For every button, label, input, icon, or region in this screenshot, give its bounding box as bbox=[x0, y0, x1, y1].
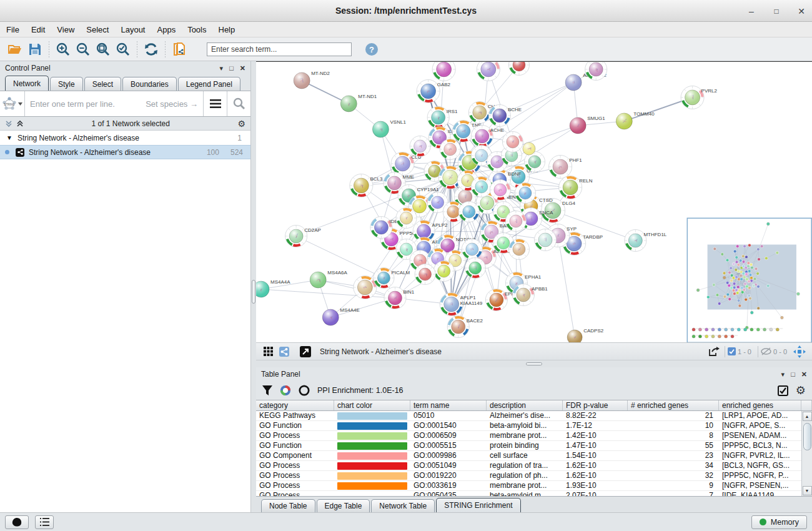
network-options-gear-icon[interactable]: ⚙ bbox=[237, 119, 245, 128]
network-node[interactable] bbox=[458, 202, 479, 222]
panel-float-icon[interactable]: □ bbox=[229, 64, 234, 72]
pan-compass-icon[interactable] bbox=[793, 345, 806, 358]
tab-select[interactable]: Select bbox=[84, 77, 121, 91]
tab-style[interactable]: Style bbox=[50, 77, 83, 91]
network-node[interactable]: MT-ND1 bbox=[340, 94, 377, 112]
network-node[interactable]: CD2AP bbox=[285, 226, 321, 247]
splitter-handle[interactable] bbox=[252, 280, 255, 304]
zoom-in-button[interactable] bbox=[53, 40, 73, 59]
network-node[interactable]: PHF1 bbox=[549, 156, 583, 179]
set-species-hint[interactable]: Set species → bbox=[146, 99, 198, 109]
panel-menu-icon[interactable]: ▾ bbox=[220, 64, 224, 72]
table-row[interactable]: GO FunctionGO:0001540beta-amyloid bi...1… bbox=[256, 421, 801, 431]
menu-item-help[interactable]: Help bbox=[219, 25, 235, 34]
string-search-button[interactable] bbox=[227, 91, 250, 116]
donut-chart-icon[interactable] bbox=[280, 385, 291, 396]
scroll-up-button[interactable]: ▲ bbox=[803, 412, 812, 421]
network-canvas[interactable]: MT-ND2MT-ND1VSNL1GAB2ADAMTS2SMUG1TOMM40P… bbox=[256, 61, 812, 342]
selected-checkbox-icon[interactable] bbox=[728, 347, 736, 355]
table-row[interactable]: KEGG Pathways05010Alzheimer's dise...8.8… bbox=[256, 411, 801, 421]
network-node[interactable]: MS4A4A bbox=[256, 279, 290, 297]
network-node[interactable]: PVRL2 bbox=[681, 86, 718, 109]
network-node[interactable]: MS4A4E bbox=[322, 307, 360, 325]
birds-eye-view[interactable] bbox=[687, 218, 811, 342]
help-button[interactable]: ? bbox=[362, 40, 382, 59]
splitter-handle[interactable] bbox=[526, 362, 542, 365]
collapse-all-icon[interactable] bbox=[5, 120, 12, 127]
tab-legend-panel[interactable]: Legend Panel bbox=[178, 77, 240, 91]
tab-string-enrichment[interactable]: STRING Enrichment bbox=[436, 498, 520, 512]
tab-network[interactable]: Network bbox=[5, 76, 49, 91]
column-header-FDR-p-value[interactable]: FDR p-value bbox=[563, 400, 628, 410]
network-node[interactable] bbox=[505, 211, 526, 232]
network-node[interactable] bbox=[433, 261, 454, 282]
tree-collapse-caret-icon[interactable]: ▼ bbox=[6, 134, 12, 141]
menu-item-apps[interactable]: Apps bbox=[157, 25, 176, 34]
network-node[interactable] bbox=[535, 229, 557, 251]
tab-boundaries[interactable]: Boundaries bbox=[122, 77, 177, 91]
network-node[interactable]: CADPS2 bbox=[567, 328, 604, 342]
table-row[interactable]: GO ProcessGO:0051049regulation of tra...… bbox=[256, 461, 801, 471]
menu-item-edit[interactable]: Edit bbox=[31, 25, 45, 34]
select-all-icon[interactable] bbox=[778, 385, 788, 396]
network-node[interactable] bbox=[471, 177, 492, 197]
vertical-splitter[interactable] bbox=[251, 61, 256, 512]
table-row[interactable]: GO ComponentGO:0009986cell surface1.54E-… bbox=[256, 451, 801, 461]
settings-gear-icon[interactable]: ⚙ bbox=[796, 385, 806, 396]
table-row[interactable]: GO ProcessGO:0006509membrane prot...1.42… bbox=[256, 431, 801, 441]
column-header-category[interactable]: category bbox=[256, 400, 334, 410]
menu-item-layout[interactable]: Layout bbox=[121, 25, 145, 34]
network-row[interactable]: String Network - Alzheimer's disease 100… bbox=[0, 145, 250, 159]
column-header-enriched-genes[interactable]: enriched genes bbox=[719, 400, 801, 410]
network-node[interactable]: TOMM40 bbox=[616, 111, 655, 129]
share-view-button[interactable] bbox=[276, 345, 292, 359]
ring-chart-icon[interactable] bbox=[299, 385, 310, 396]
detach-view-button[interactable] bbox=[297, 345, 314, 359]
table-vertical-scrollbar[interactable]: ▲ ▼ bbox=[801, 411, 812, 496]
minimize-button[interactable]: – bbox=[747, 6, 756, 16]
network-node[interactable]: PICALM bbox=[374, 268, 410, 289]
tab-node-table[interactable]: Node Table bbox=[261, 499, 315, 512]
column-header-description[interactable]: description bbox=[487, 400, 563, 410]
scrollbar-thumb[interactable] bbox=[803, 423, 811, 450]
network-collection-row[interactable]: ▼ String Network - Alzheimer's disease 1 bbox=[0, 131, 250, 145]
table-row[interactable]: GO ProcessGO:0050435beta-amyloid m...2.0… bbox=[256, 491, 801, 496]
open-session-button[interactable] bbox=[5, 40, 25, 59]
network-node[interactable]: BIN1 bbox=[384, 287, 415, 309]
memory-button[interactable]: Memory bbox=[751, 515, 807, 529]
network-node[interactable] bbox=[410, 136, 430, 157]
tab-edge-table[interactable]: Edge Table bbox=[317, 499, 370, 512]
tab-network-table[interactable]: Network Table bbox=[371, 499, 435, 512]
close-button[interactable]: ✕ bbox=[797, 6, 806, 16]
network-node[interactable]: GAB2 bbox=[417, 80, 450, 103]
network-node[interactable] bbox=[502, 132, 523, 152]
zoom-out-button[interactable] bbox=[73, 40, 93, 59]
filter-icon[interactable] bbox=[262, 385, 272, 395]
table-row[interactable]: GO ProcessGO:0033619membrane prot...1.93… bbox=[256, 481, 801, 491]
network-node[interactable]: VSNL1 bbox=[372, 119, 406, 137]
network-node[interactable]: ACHE bbox=[471, 126, 504, 147]
zoom-selected-button[interactable] bbox=[113, 40, 133, 59]
column-header--enriched-genes[interactable]: # enriched genes bbox=[628, 400, 719, 410]
network-node[interactable] bbox=[396, 208, 417, 229]
network-node[interactable]: BACE2 bbox=[447, 316, 483, 338]
table-row[interactable]: GO FunctionGO:0005515protein binding1.47… bbox=[256, 441, 801, 451]
network-node[interactable] bbox=[477, 62, 500, 81]
scroll-down-button[interactable]: ▼ bbox=[803, 486, 812, 495]
network-node[interactable] bbox=[415, 264, 435, 285]
panel-close-icon[interactable]: ✕ bbox=[801, 370, 807, 379]
expand-all-icon[interactable] bbox=[16, 120, 24, 127]
table-row[interactable]: GO ProcessGO:0019220regulation of ph...1… bbox=[256, 471, 801, 481]
zoom-fit-button[interactable] bbox=[93, 40, 113, 59]
network-node[interactable]: MTHFD1L bbox=[625, 230, 667, 252]
grid-view-button[interactable] bbox=[260, 345, 276, 359]
column-header-chart-color[interactable]: chart color bbox=[334, 400, 410, 410]
network-node[interactable]: IRS1 bbox=[427, 107, 458, 129]
search-input[interactable] bbox=[207, 42, 352, 56]
panel-float-icon[interactable]: □ bbox=[791, 370, 795, 378]
network-node[interactable] bbox=[440, 139, 460, 160]
network-node[interactable]: BCL3 bbox=[350, 174, 383, 197]
network-node[interactable] bbox=[508, 239, 529, 260]
refresh-button[interactable] bbox=[141, 40, 161, 59]
task-list-button[interactable] bbox=[35, 515, 54, 529]
